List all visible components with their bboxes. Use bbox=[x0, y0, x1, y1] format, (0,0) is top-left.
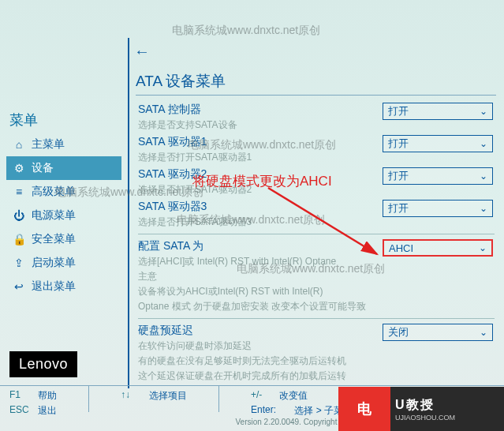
badge-brand: U教授 bbox=[395, 397, 504, 414]
setting-desc: 选择是否打开SATA驱动器3 bbox=[138, 216, 495, 229]
chevron-down-icon: ⌄ bbox=[480, 171, 487, 182]
settings-list: SATA 控制器 打开 ⌄ 选择是否支持SATA设备 SATA 驱动器1 打开 … bbox=[138, 103, 495, 386]
configure-sata-select[interactable]: AHCI ⌄ bbox=[383, 239, 493, 257]
footer-separator bbox=[218, 386, 219, 412]
watermark-text: 电脑系统城www.dnxtc.net原创 bbox=[172, 24, 320, 38]
sata-drive2-select[interactable]: 打开 ⌄ bbox=[383, 167, 493, 185]
boot-icon: ⇪ bbox=[13, 257, 25, 269]
key-f1: F1 bbox=[9, 389, 30, 403]
setting-hdd-delay: 硬盘预延迟 关闭 ⌄ 在软件访问硬盘时添加延迟 有的硬盘在没有足够延时则无法完全… bbox=[138, 324, 495, 383]
setting-configure-sata: 配置 SATA 为 AHCI ⌄ 选择[AHCI]或 Intel(R) RST … bbox=[138, 239, 495, 313]
gear-icon: ⚙ bbox=[13, 162, 25, 174]
key-enter: Enter: bbox=[251, 404, 276, 418]
sidebar-item-label: 启动菜单 bbox=[32, 256, 76, 270]
setting-desc: 有的硬盘在没有足够延时则无法完全驱动后运转机 bbox=[138, 354, 495, 368]
lenovo-logo: Lenovo bbox=[9, 351, 77, 377]
select-value: 打开 bbox=[388, 201, 409, 216]
select-value: 打开 bbox=[388, 137, 409, 151]
footer-col-nav: ↑↓选择项目 bbox=[121, 389, 187, 409]
chevron-down-icon: ⌄ bbox=[479, 242, 487, 253]
exit-icon: ↩ bbox=[13, 280, 25, 293]
setting-desc: 选择[AHCI]或 Intel(R) RST with Intel(R) Opt… bbox=[138, 255, 495, 268]
key-plusminus: +/- bbox=[251, 389, 271, 403]
key-plusminus-label: 改变值 bbox=[279, 389, 308, 403]
sidebar-item-label: 退出菜单 bbox=[32, 279, 76, 294]
setting-desc: 选择是否打开SATA驱动器1 bbox=[138, 151, 495, 164]
sidebar-item-label: 电源菜单 bbox=[32, 208, 76, 223]
sidebar-item-label: 安全菜单 bbox=[32, 232, 76, 246]
select-value: AHCI bbox=[389, 242, 413, 254]
page-title: ATA 设备菜单 bbox=[136, 71, 226, 92]
sidebar-item-power[interactable]: ⏻ 电源菜单 bbox=[6, 204, 121, 227]
title-divider bbox=[136, 95, 496, 96]
setting-sata-drive1: SATA 驱动器1 打开 ⌄ 选择是否打开SATA驱动器1 bbox=[138, 135, 495, 164]
sidebar-item-exit[interactable]: ↩ 退出菜单 bbox=[6, 275, 121, 298]
footer-col-help: F1帮助 ESC退出 bbox=[9, 389, 57, 409]
chevron-down-icon: ⌄ bbox=[480, 327, 487, 338]
lock-icon: 🔒 bbox=[13, 233, 25, 245]
select-value: 打开 bbox=[388, 104, 409, 118]
key-esc-label: 退出 bbox=[38, 404, 57, 418]
sidebar-item-label: 高级菜单 bbox=[32, 185, 76, 199]
setting-desc: 这个延迟保证硬盘在开机时完成所有的加载后运转 bbox=[138, 369, 495, 383]
key-arrows-label: 选择项目 bbox=[149, 389, 187, 403]
sidebar: ⌂ 主菜单 ⚙ 设备 ≡ 高级菜单 ⏻ 电源菜单 🔒 安全菜单 ⇪ 启动菜单 ↩… bbox=[6, 133, 121, 298]
badge-url: UJIAOSHOU.COM bbox=[395, 414, 504, 422]
setting-sata-drive3: SATA 驱动器3 打开 ⌄ 选择是否打开SATA驱动器3 bbox=[138, 200, 495, 229]
key-esc: ESC bbox=[9, 404, 30, 418]
sata-drive1-select[interactable]: 打开 ⌄ bbox=[383, 135, 493, 152]
setting-sata-controller: SATA 控制器 打开 ⌄ 选择是否支持SATA设备 bbox=[138, 103, 495, 132]
select-value: 打开 bbox=[388, 169, 409, 183]
badge-right: U教授 UJIAOSHOU.COM bbox=[390, 387, 504, 431]
section-divider bbox=[138, 318, 495, 319]
sidebar-title: 菜单 bbox=[9, 111, 38, 129]
setting-desc: 主意 bbox=[138, 270, 495, 283]
section-divider bbox=[138, 234, 495, 234]
footer-col-change: +/-改变值 Enter: 选择 > 子菜单 bbox=[251, 389, 353, 409]
hdd-delay-select[interactable]: 关闭 ⌄ bbox=[383, 324, 493, 341]
list-icon: ≡ bbox=[13, 186, 25, 198]
footer-separator bbox=[88, 386, 89, 412]
chevron-down-icon: ⌄ bbox=[480, 203, 487, 214]
sidebar-item-main[interactable]: ⌂ 主菜单 bbox=[6, 133, 121, 156]
setting-desc: 选择是否支持SATA设备 bbox=[138, 118, 495, 132]
power-icon: ⏻ bbox=[13, 209, 25, 222]
key-arrows: ↑↓ bbox=[121, 389, 141, 403]
sidebar-item-label: 设备 bbox=[32, 161, 54, 175]
sata-drive3-select[interactable]: 打开 ⌄ bbox=[383, 200, 493, 217]
setting-desc: 设备将设为AHCI或Intel(R) RST with Intel(R) bbox=[138, 285, 495, 298]
home-icon: ⌂ bbox=[13, 138, 25, 151]
sidebar-item-boot[interactable]: ⇪ 启动菜单 bbox=[6, 251, 121, 275]
badge-left: 电 bbox=[338, 387, 390, 431]
setting-desc: Optane 模式 勿于硬盘加密安装 改变本个设置可能导致 bbox=[138, 300, 495, 313]
sidebar-item-advanced[interactable]: ≡ 高级菜单 bbox=[6, 180, 121, 204]
key-f1-label: 帮助 bbox=[38, 389, 57, 403]
annotation-text: 将硬盘模式更改为AHCI bbox=[192, 172, 332, 190]
sata-controller-select[interactable]: 打开 ⌄ bbox=[383, 103, 493, 120]
chevron-down-icon: ⌄ bbox=[480, 106, 487, 117]
sidebar-item-label: 主菜单 bbox=[32, 137, 65, 152]
setting-desc: 在软件访问硬盘时添加延迟 bbox=[138, 339, 495, 353]
select-value: 关闭 bbox=[388, 325, 409, 339]
sidebar-item-devices[interactable]: ⚙ 设备 bbox=[6, 156, 121, 180]
chevron-down-icon: ⌄ bbox=[480, 138, 487, 149]
corner-badge: 电 U教授 UJIAOSHOU.COM bbox=[338, 387, 504, 431]
sidebar-item-security[interactable]: 🔒 安全菜单 bbox=[6, 227, 121, 251]
